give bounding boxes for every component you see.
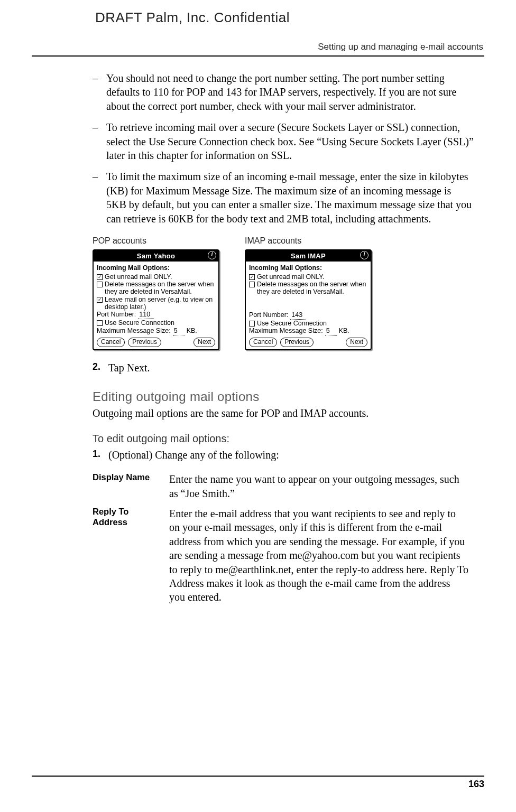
step-2: 2. Tap Next.	[93, 361, 474, 375]
checkbox-icon[interactable]	[97, 320, 103, 326]
previous-button[interactable]: Previous	[280, 338, 314, 347]
cancel-button[interactable]: Cancel	[249, 338, 277, 347]
page-number: 163	[32, 779, 484, 790]
pop-port-row: Port Number: 110	[97, 311, 215, 319]
bullet-ssl: – To retrieve incoming mail over a secur…	[93, 120, 474, 162]
imap-port-field[interactable]: 143	[290, 312, 306, 320]
term-display-name: Display Name	[93, 469, 169, 503]
checkbox-icon[interactable]	[249, 274, 255, 280]
step-1: 1. (Optional) Change any of the followin…	[93, 448, 474, 462]
bullet-ssl-text: To retrieve incoming mail over a secure …	[106, 120, 474, 162]
screenshot-pop: POP accounts Sam Yahoo i Incoming Mail O…	[93, 235, 219, 350]
editing-outgoing-desc: Outgoing mail options are the same for P…	[93, 406, 474, 420]
step-2-text: Tap Next.	[108, 361, 150, 375]
next-button[interactable]: Next	[346, 338, 367, 347]
dialog-pop: Sam Yahoo i Incoming Mail Options: Get u…	[93, 249, 219, 350]
page-footer: 163	[32, 776, 484, 790]
screenshot-imap-label: IMAP accounts	[245, 235, 372, 246]
pop-opt-unread[interactable]: Get unread mail ONLY.	[97, 274, 215, 281]
bullet-port-number: – You should not need to change the port…	[93, 71, 474, 113]
imap-port-row: Port Number: 143	[249, 312, 367, 320]
def-reply-to: Enter the e-mail address that you want r…	[169, 503, 474, 608]
running-head: Setting up and managing e-mail accounts	[32, 42, 484, 52]
imap-secure-row[interactable]: Use Secure Connection	[249, 320, 367, 328]
checkbox-icon[interactable]	[97, 297, 103, 303]
screenshot-pop-label: POP accounts	[93, 235, 219, 246]
pop-max-row: Maximum Message Size: 5 KB.	[97, 328, 215, 335]
pop-secure-row[interactable]: Use Secure Connection	[97, 320, 215, 327]
term-reply-to: Reply To Address	[93, 503, 169, 608]
header-rule	[32, 55, 484, 57]
table-row: Display Name Enter the name you want to …	[93, 469, 474, 503]
next-button[interactable]: Next	[194, 338, 215, 347]
draft-header: DRAFT Palm, Inc. Confidential	[95, 10, 484, 26]
pop-opt-delete[interactable]: Delete messages on the server when they …	[97, 281, 215, 296]
checkbox-icon[interactable]	[97, 274, 103, 280]
previous-button[interactable]: Previous	[128, 338, 161, 347]
dialog-imap: Sam IMAP i Incoming Mail Options: Get un…	[245, 249, 372, 350]
bullet-max-size: – To limit the maximum size of an incomi…	[93, 170, 474, 226]
dialog-pop-title: Sam Yahoo i	[94, 250, 218, 262]
imap-opt-unread[interactable]: Get unread mail ONLY.	[249, 274, 367, 281]
footer-rule	[32, 776, 484, 777]
dialog-pop-section: Incoming Mail Options:	[97, 264, 215, 273]
heading-editing-outgoing: Editing outgoing mail options	[93, 388, 474, 405]
ssl-xref-link[interactable]: Using Secure Sockets Layer (SSL)	[321, 136, 469, 147]
imap-max-field[interactable]: 5	[325, 328, 337, 335]
step-2-number: 2.	[93, 361, 108, 375]
checkbox-icon[interactable]	[97, 282, 103, 287]
bullet-max-size-text: To limit the maximum size of an incoming…	[106, 170, 474, 226]
checkbox-icon[interactable]	[249, 282, 255, 287]
pop-port-field[interactable]: 110	[138, 311, 154, 319]
imap-opt-delete[interactable]: Delete messages on the server when they …	[249, 281, 367, 296]
screenshot-imap: IMAP accounts Sam IMAP i Incoming Mail O…	[245, 235, 372, 350]
dialog-imap-section: Incoming Mail Options:	[249, 264, 367, 273]
step-1-number: 1.	[93, 448, 108, 462]
pop-opt-leave[interactable]: Leave mail on server (e.g. to view on de…	[97, 296, 215, 311]
table-row: Reply To Address Enter the e-mail addres…	[93, 503, 474, 608]
info-icon[interactable]: i	[208, 251, 216, 259]
heading-to-edit: To edit outgoing mail options:	[93, 432, 474, 445]
cancel-button[interactable]: Cancel	[97, 338, 125, 347]
step-1-text: (Optional) Change any of the following:	[108, 448, 279, 462]
definitions-table: Display Name Enter the name you want to …	[93, 469, 474, 608]
imap-max-row: Maximum Message Size: 5 KB.	[249, 328, 367, 335]
bullet-port-number-text: You should not need to change the port n…	[106, 71, 474, 113]
def-display-name: Enter the name you want to appear on you…	[169, 469, 474, 503]
checkbox-icon[interactable]	[249, 321, 255, 326]
info-icon[interactable]: i	[360, 251, 368, 259]
dialog-imap-title: Sam IMAP i	[246, 250, 371, 262]
pop-max-field[interactable]: 5	[173, 328, 185, 335]
